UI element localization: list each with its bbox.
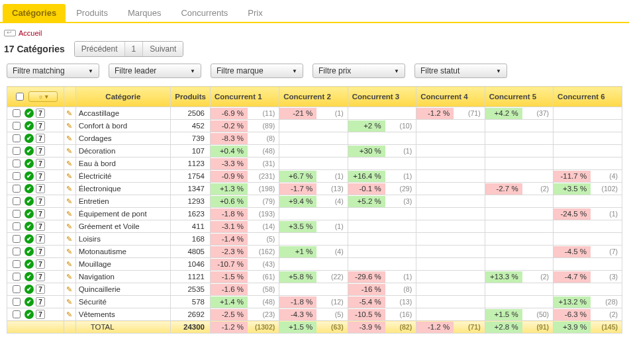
status-ok-icon: ✔ <box>24 234 34 244</box>
status-ok-icon: ✔ <box>24 171 34 181</box>
table-row: ✔7✎Motonautisme4805-2.3 %(162)+1 %(4)-4.… <box>7 246 622 258</box>
cell-edit[interactable]: ✎ <box>64 308 76 321</box>
filter-prix[interactable]: Filtre prix▼ <box>313 64 405 78</box>
cell-category[interactable]: Gréement et Voile <box>75 220 170 233</box>
cell-category[interactable]: Sécurité <box>75 296 170 308</box>
cell-c6: -24.5 %(1) <box>554 208 622 220</box>
cell-category[interactable]: Eau à bord <box>75 158 170 170</box>
row-checkbox[interactable] <box>13 185 21 193</box>
cell-category[interactable]: Accastillage <box>75 107 170 120</box>
cell-c2: +9.4 %(4) <box>279 195 348 208</box>
bulk-actions-button[interactable]: ☼ ▾ <box>28 91 58 102</box>
row-checkbox[interactable] <box>13 122 21 130</box>
cell-edit[interactable]: ✎ <box>64 208 76 220</box>
row-checkbox[interactable] <box>13 273 21 281</box>
pager-next[interactable]: Suivant <box>143 42 183 56</box>
cell-edit[interactable]: ✎ <box>64 195 76 208</box>
cell-edit[interactable]: ✎ <box>64 132 76 145</box>
pager-prev[interactable]: Précédent <box>75 42 125 56</box>
filter-matching[interactable]: Filtre matching▼ <box>7 64 99 78</box>
cell-edit[interactable]: ✎ <box>64 145 76 158</box>
chevron-down-icon: ▼ <box>88 68 93 74</box>
pencil-icon: ✎ <box>64 134 72 142</box>
tab-produits[interactable]: Produits <box>67 4 117 22</box>
row-checkbox[interactable] <box>13 298 21 306</box>
row-checkbox[interactable] <box>13 159 21 167</box>
status-ok-icon: ✔ <box>24 222 34 231</box>
row-checkbox[interactable] <box>13 285 21 293</box>
cell-edit[interactable]: ✎ <box>64 220 76 233</box>
col-concurrent-4[interactable]: Concurrent 4 <box>416 87 485 107</box>
row-checkbox[interactable] <box>13 235 21 243</box>
row-checkbox[interactable] <box>13 172 21 180</box>
row-checkbox[interactable] <box>13 147 21 155</box>
tab-cat-gories[interactable]: Catégories <box>3 4 66 22</box>
status-ok-icon: ✔ <box>24 297 34 306</box>
row-checkbox[interactable] <box>13 260 21 268</box>
cell-edit[interactable]: ✎ <box>64 107 76 120</box>
table-row: ✔7✎Sécurité578+1.4 %(48)-1.8 %(12)-5.4 %… <box>7 296 622 308</box>
cell-category[interactable]: Électricité <box>75 170 170 183</box>
filter-statut[interactable]: Filtre statut▼ <box>414 64 507 78</box>
cell-c3 <box>348 107 416 120</box>
cell-c3: +2 %(10) <box>348 120 416 132</box>
cell-edit[interactable]: ✎ <box>64 271 76 283</box>
select-all-checkbox[interactable] <box>16 93 24 101</box>
cell-category[interactable]: Motonautisme <box>75 246 170 258</box>
cell-c5 <box>485 296 553 308</box>
cell-category[interactable]: Mouillage <box>75 258 170 271</box>
cell-edit[interactable]: ✎ <box>64 120 76 132</box>
status-ok-icon: ✔ <box>24 272 34 281</box>
row-checkbox[interactable] <box>13 248 21 255</box>
tab-concurrents[interactable]: Concurrents <box>171 4 237 22</box>
cell-edit[interactable]: ✎ <box>64 183 76 195</box>
cell-edit[interactable]: ✎ <box>64 170 76 183</box>
filter-marque[interactable]: Filtre marque▼ <box>211 64 303 78</box>
pencil-icon: ✎ <box>64 235 72 243</box>
status-ok-icon: ✔ <box>24 209 34 218</box>
cell-edit[interactable]: ✎ <box>64 296 76 308</box>
row-checkbox[interactable] <box>13 222 21 230</box>
cell-category[interactable]: Électronique <box>75 183 170 195</box>
row-checkbox[interactable] <box>13 210 21 218</box>
pencil-icon: ✎ <box>64 122 72 130</box>
table-row: ✔7✎Cordages739-8.3 %(8) <box>7 132 622 145</box>
row-checkbox[interactable] <box>13 197 21 205</box>
col-concurrent-5[interactable]: Concurrent 5 <box>485 87 553 107</box>
cell-category[interactable]: Confort à bord <box>75 120 170 132</box>
cell-category[interactable]: Quincaillerie <box>75 283 170 296</box>
cell-category[interactable]: Équipement de pont <box>75 208 170 220</box>
row-checkbox[interactable] <box>13 310 21 318</box>
cell-edit[interactable]: ✎ <box>64 246 76 258</box>
cell-c6: -6.3 %(2) <box>554 308 622 321</box>
cell-category[interactable]: Vêtements <box>75 308 170 321</box>
cell-category[interactable]: Décoration <box>75 145 170 158</box>
col-concurrent-3[interactable]: Concurrent 3 <box>348 87 416 107</box>
col-category[interactable]: Catégorie <box>75 87 170 107</box>
cell-edit[interactable]: ✎ <box>64 258 76 271</box>
tab-marques[interactable]: Marques <box>119 4 171 22</box>
cell-c2 <box>279 145 348 158</box>
cell-edit[interactable]: ✎ <box>64 283 76 296</box>
col-concurrent-2[interactable]: Concurrent 2 <box>279 87 348 107</box>
row-checkbox[interactable] <box>13 109 21 117</box>
tab-prix[interactable]: Prix <box>238 4 271 22</box>
col-concurrent-1[interactable]: Concurrent 1 <box>211 87 279 107</box>
col-produits[interactable]: Produits <box>171 87 211 107</box>
cell-c6 <box>554 258 622 271</box>
pager-page-1[interactable]: 1 <box>125 42 144 56</box>
cell-c2: -1.7 %(13) <box>279 183 348 195</box>
row-checkbox[interactable] <box>13 134 21 142</box>
cell-edit[interactable]: ✎ <box>64 233 76 246</box>
col-concurrent-6[interactable]: Concurrent 6 <box>554 87 622 107</box>
cell-edit[interactable]: ✎ <box>64 158 76 170</box>
cell-category[interactable]: Loisirs <box>75 233 170 246</box>
cell-c5: +1.5 %(50) <box>485 308 553 321</box>
cell-category[interactable]: Entretien <box>75 195 170 208</box>
cell-category[interactable]: Cordages <box>75 132 170 145</box>
filter-leader[interactable]: Filtre leader▼ <box>109 64 201 78</box>
cell-category[interactable]: Navigation <box>75 271 170 283</box>
cell-tools: ✔7 <box>7 158 64 170</box>
back-home-icon[interactable] <box>4 30 16 36</box>
breadcrumb-home[interactable]: Accueil <box>19 29 42 37</box>
